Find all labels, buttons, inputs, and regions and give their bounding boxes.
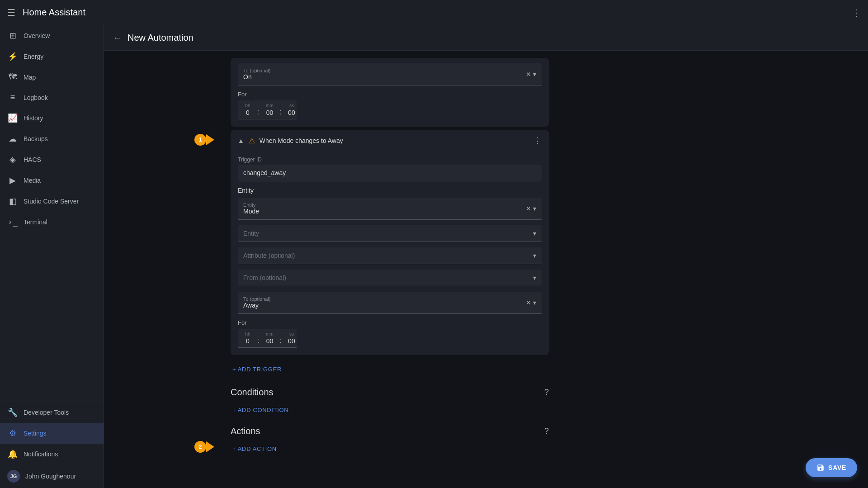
for-hh-group-away: hh [238,329,258,347]
to-field-top: To (optional) On ✕ ▾ [238,63,542,85]
for-mm-label-away: mm [266,332,274,336]
save-button[interactable]: SAVE [806,458,857,477]
sidebar-item-media[interactable]: ▶ Media [0,170,104,191]
main-layout: ⊞ Overview ⚡ Energy 🗺 Map ≡ Logbook 📈 Hi… [0,25,868,488]
for-hh-label-away: hh [245,332,250,336]
sidebar-item-energy[interactable]: ⚡ Energy [0,46,104,67]
more-button-away[interactable]: ⋮ [533,136,542,146]
actions-help-icon[interactable]: ? [544,426,549,436]
annotation-badge-1: 1 [194,134,206,146]
sidebar-label-energy: Energy [24,53,43,60]
sidebar-item-studio-code-server[interactable]: ◧ Studio Code Server [0,191,104,212]
sidebar-item-backups[interactable]: ☁ Backups [0,128,104,149]
conditions-help-icon[interactable]: ? [544,388,549,397]
entity2-chevron: ▾ [533,230,536,237]
sidebar-item-history[interactable]: 📈 History [0,108,104,128]
logbook-icon: ≡ [7,93,18,102]
scroll-content[interactable]: To (optional) On ✕ ▾ For [104,51,868,488]
sidebar-item-logbook[interactable]: ≡ Logbook [0,87,104,108]
page-title: New Automation [127,33,193,43]
sidebar-label-notifications: Notifications [24,450,58,458]
trigger-id-label: Trigger ID [238,156,542,163]
for-ss-label-top: ss [289,103,294,108]
page-header: ← New Automation [104,25,868,51]
for-mm-group-top: mm [259,100,279,119]
collapse-button-away[interactable]: ▲ [238,137,244,144]
sidebar-item-map[interactable]: 🗺 Map [0,67,104,87]
sidebar-label-hacs: HACS [24,156,41,163]
annotation-2: 2 [194,441,214,453]
to-label-top: To (optional) [243,68,526,73]
to-select-top[interactable]: To (optional) On ✕ ▾ [238,63,542,85]
for-hh-input-top[interactable] [241,109,254,116]
for-label-top: For [238,91,542,98]
to-clear-top[interactable]: ✕ [526,71,531,78]
sidebar-item-settings[interactable]: ⚙ Settings [0,423,104,444]
automation-body: To (optional) On ✕ ▾ For [104,51,868,465]
sidebar-label-studio-code-server: Studio Code Server [24,198,79,205]
for-ss-label-away: ss [289,332,294,336]
for-label-away: For [238,319,542,326]
for-hh-group-top: hh [238,100,258,119]
sidebar: ⊞ Overview ⚡ Energy 🗺 Map ≡ Logbook 📈 Hi… [0,25,104,488]
sidebar-item-overview[interactable]: ⊞ Overview [0,25,104,46]
app-title: Home Assistant [23,7,852,18]
for-mm-label-top: mm [266,103,274,108]
for-section-away: For hh : mm [238,319,542,348]
trigger-card-away: ▲ ⚠ When Mode changes to Away ⋮ Trigger … [231,130,549,355]
for-ss-group-top: ss [282,100,297,119]
from-placeholder: From (optional) [243,274,286,281]
to-away-select[interactable]: To (optional) Away ✕ ▾ [238,292,542,314]
history-icon: 📈 [7,113,18,123]
sidebar-label-media: Media [24,177,41,184]
entity2-select[interactable]: Entity ▾ [238,225,542,242]
actions-title: Actions [231,426,260,436]
developer-tools-icon: 🔧 [7,407,18,417]
sidebar-label-terminal: Terminal [24,218,47,226]
add-trigger-button[interactable]: + ADD TRIGGER [231,362,283,376]
left-spacer [104,51,231,465]
terminal-icon: ›_ [7,217,18,227]
trigger-id-field: Trigger ID [238,156,542,181]
sidebar-label-developer-tools: Developer Tools [24,409,69,416]
entity2-label: Entity [243,230,533,237]
entity-mode-clear[interactable]: ✕ [526,205,531,212]
entity-mode-select[interactable]: Entity Mode ✕ ▾ [238,198,542,220]
for-mm-input-away[interactable] [263,337,276,345]
sidebar-item-notifications[interactable]: 🔔 Notifications [0,444,104,464]
for-hh-input-away[interactable] [241,337,254,345]
more-icon[interactable]: ⋮ [852,7,861,18]
sidebar-label-map: Map [24,74,36,81]
to-away-clear[interactable]: ✕ [526,299,531,306]
attribute-select[interactable]: Attribute (optional) ▾ [238,247,542,264]
for-mm-input-top[interactable] [263,109,276,116]
attribute-chevron: ▾ [533,252,536,259]
backups-icon: ☁ [7,134,18,144]
annotation-arrow-2 [206,441,214,452]
for-ss-input-top[interactable] [285,109,297,116]
sidebar-item-terminal[interactable]: ›_ Terminal [0,212,104,232]
add-action-button[interactable]: + ADD ACTION [231,442,278,456]
add-condition-button[interactable]: + ADD CONDITION [231,403,290,417]
notifications-icon: 🔔 [7,449,18,459]
to-away-value: Away [243,302,526,309]
add-condition-wrapper: + ADD CONDITION [231,401,549,419]
sidebar-item-developer-tools[interactable]: 🔧 Developer Tools [0,402,104,423]
to-value-top: On [243,73,526,81]
entity-mode-field: Entity Mode ✕ ▾ [238,198,542,220]
back-button[interactable]: ← [113,33,122,43]
trigger-away-header: ▲ ⚠ When Mode changes to Away ⋮ [231,130,549,151]
for-hh-label-top: hh [245,103,250,108]
user-avatar: JG [7,470,20,483]
annotation-arrow-1 [206,134,214,145]
add-trigger-wrapper: + ADD TRIGGER [231,359,549,380]
actions-section-header: Actions ? [231,419,549,440]
for-ss-input-away[interactable] [285,337,297,345]
from-select[interactable]: From (optional) ▾ [238,270,542,286]
menu-icon[interactable]: ☰ [7,7,15,18]
from-field: From (optional) ▾ [238,270,542,286]
energy-icon: ⚡ [7,52,18,62]
sidebar-item-hacs[interactable]: ◈ HACS [0,149,104,170]
trigger-id-input[interactable] [238,165,542,181]
sidebar-item-user[interactable]: JG John Goughenour [0,464,104,488]
